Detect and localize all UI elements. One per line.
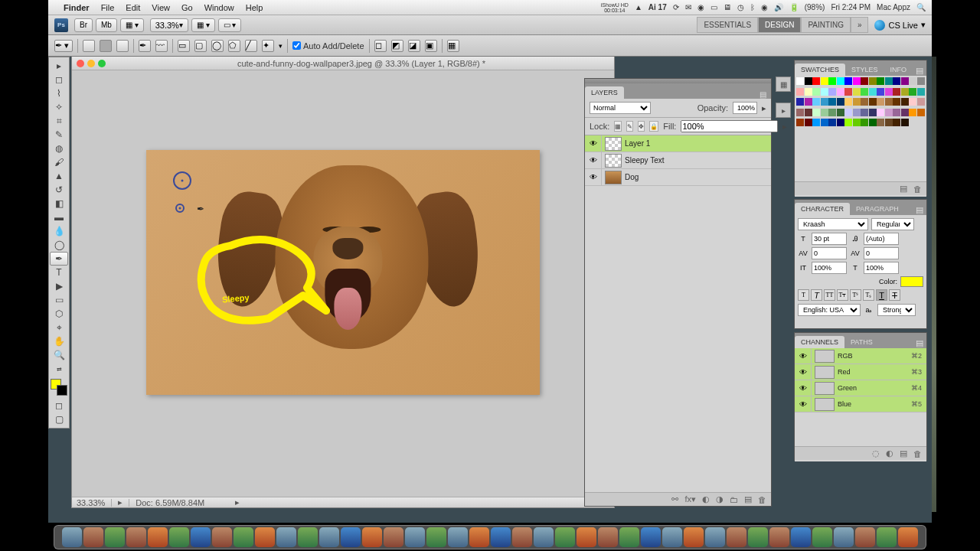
swatch[interactable] <box>893 119 900 126</box>
swatch[interactable] <box>893 88 900 96</box>
swatch[interactable] <box>812 119 820 126</box>
canvas-area[interactable]: Sleepy ✒ <box>72 70 614 497</box>
swatch[interactable] <box>821 109 828 116</box>
swatch[interactable] <box>861 119 868 126</box>
path-style[interactable]: ▦ <box>447 40 459 52</box>
swatch[interactable] <box>853 98 861 106</box>
menu-file[interactable]: File <box>101 3 115 12</box>
shape-ellipse[interactable]: ◯ <box>211 40 224 52</box>
workspace-design[interactable]: DESIGN <box>758 17 801 33</box>
zoom-level[interactable]: 33.3% ▾ <box>150 18 188 32</box>
kerning-input[interactable] <box>812 247 847 259</box>
opacity-input[interactable] <box>733 102 757 114</box>
workspace-painting[interactable]: PAINTING <box>801 17 850 33</box>
dock-icon[interactable] <box>169 527 189 547</box>
faux-bold[interactable]: T <box>798 289 809 301</box>
history-brush-tool[interactable]: ↺ <box>50 183 68 197</box>
hand-tool[interactable]: ✋ <box>50 334 68 348</box>
wand-tool[interactable]: ✧ <box>50 100 68 114</box>
link-layers-icon[interactable]: ⚯ <box>671 494 678 504</box>
swatch[interactable] <box>861 77 868 85</box>
font-style-select[interactable]: Regular <box>871 218 914 230</box>
swatch[interactable] <box>909 109 916 116</box>
dock-icon[interactable] <box>83 527 103 547</box>
channel-row[interactable]: 👁RGB⌘2 <box>795 348 926 364</box>
dock-icon[interactable] <box>234 527 253 547</box>
group-icon[interactable]: 🗀 <box>730 495 738 504</box>
status-arrow[interactable]: ▸ <box>235 497 240 507</box>
dock-icon[interactable] <box>748 527 768 547</box>
visibility-toggle[interactable]: 👁 <box>795 348 812 364</box>
swatch[interactable] <box>877 109 884 116</box>
swatch[interactable] <box>893 98 900 106</box>
trash-icon[interactable]: 🗑 <box>758 495 766 504</box>
swatch[interactable] <box>828 88 836 96</box>
stamp-tool[interactable]: ▲ <box>50 169 68 183</box>
subscript[interactable]: Tₛ <box>863 289 874 301</box>
swatch[interactable] <box>796 98 804 106</box>
swatches-grid[interactable] <box>795 76 926 131</box>
workspace-essentials[interactable]: ESSENTIALS <box>697 17 758 33</box>
menu-go[interactable]: Go <box>181 3 193 12</box>
dock-icon[interactable] <box>276 527 296 547</box>
eyedropper-tool[interactable]: ✎ <box>50 128 68 142</box>
swatch[interactable] <box>821 77 828 85</box>
panel-menu-icon[interactable]: ▤ <box>916 66 923 76</box>
channel-row[interactable]: 👁Blue⌘5 <box>795 396 926 412</box>
antialias-select[interactable]: Strong <box>877 304 916 316</box>
dock-icon[interactable] <box>855 527 875 547</box>
swatch[interactable] <box>805 109 812 116</box>
tab-styles[interactable]: STYLES <box>845 64 884 76</box>
swatch[interactable] <box>869 98 877 106</box>
swatch[interactable] <box>844 109 852 116</box>
screenmode-tool[interactable]: ▢ <box>50 412 68 426</box>
new-swatch-icon[interactable]: ▤ <box>900 184 907 194</box>
camera-tool[interactable]: ⌖ <box>50 321 68 334</box>
dock-icon[interactable] <box>834 527 854 547</box>
volume-icon[interactable]: 🔊 <box>774 3 783 11</box>
arrange-docs-button[interactable]: ▦ ▾ <box>191 18 215 32</box>
visibility-toggle[interactable]: 👁 <box>585 152 602 169</box>
mac-dock[interactable] <box>54 525 926 549</box>
swatch[interactable] <box>853 77 861 85</box>
swatch[interactable] <box>853 119 861 126</box>
text-color-swatch[interactable] <box>900 276 923 287</box>
pen-anchor-1[interactable] <box>173 171 191 190</box>
lasso-tool[interactable]: ⌇ <box>50 86 68 100</box>
channel-row[interactable]: 👁Green⌘4 <box>795 380 926 396</box>
swatch[interactable] <box>917 109 925 116</box>
swatch[interactable] <box>869 119 877 126</box>
dock-icon[interactable] <box>898 527 918 547</box>
ai-status[interactable]: Ai 17 <box>648 3 667 11</box>
freeform-pen-icon[interactable]: 〰 <box>155 40 168 52</box>
quickmask-tool[interactable]: ◻ <box>50 399 68 412</box>
swatch[interactable] <box>805 119 812 126</box>
tab-paragraph[interactable]: PARAGRAPH <box>850 203 905 215</box>
dock-icon[interactable] <box>469 527 489 547</box>
swatch[interactable] <box>877 77 884 85</box>
brush-tool[interactable]: 🖌 <box>50 155 68 169</box>
dock-icon[interactable] <box>384 527 403 547</box>
healing-tool[interactable]: ◍ <box>50 142 68 155</box>
shape-custom[interactable]: ✦ <box>262 40 274 52</box>
spotlight-icon[interactable]: 🔍 <box>916 3 926 11</box>
workspace-more[interactable]: » <box>851 17 869 33</box>
fill-input[interactable] <box>681 120 778 132</box>
tool-preset[interactable]: ✒ ▾ <box>54 40 73 52</box>
all-caps[interactable]: TT <box>824 289 835 301</box>
swatch[interactable] <box>796 88 804 96</box>
path-op-1[interactable]: ◻ <box>374 40 387 52</box>
menu-view[interactable]: View <box>152 3 170 12</box>
dock-icon[interactable] <box>491 527 511 547</box>
panel-menu-icon[interactable]: ▤ <box>916 205 923 215</box>
dock-icon[interactable] <box>448 527 468 547</box>
marquee-tool[interactable]: ◻ <box>50 73 68 86</box>
dock-icon[interactable] <box>512 527 532 547</box>
visibility-toggle[interactable]: 👁 <box>585 135 602 152</box>
faux-italic[interactable]: T <box>811 289 822 301</box>
tab-character[interactable]: CHARACTER <box>795 203 850 215</box>
swatch[interactable] <box>901 88 909 96</box>
dock-icon[interactable] <box>791 527 811 547</box>
new-layer-icon[interactable]: ▤ <box>744 494 752 504</box>
crop-tool[interactable]: ⌗ <box>50 114 68 128</box>
